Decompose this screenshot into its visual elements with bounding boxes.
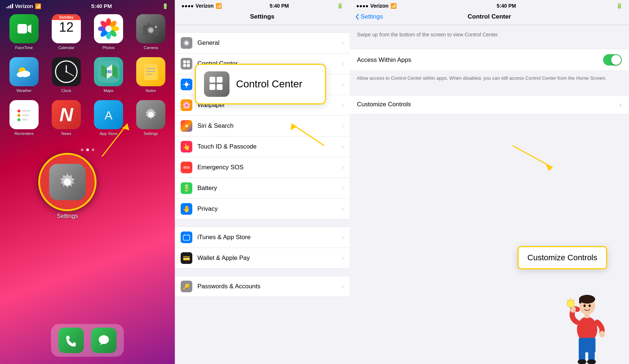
battery-area-1: 🔋 <box>162 3 168 9</box>
customize-controls-row[interactable]: Customize Controls › <box>350 95 629 114</box>
app-camera[interactable]: Camera <box>133 14 168 50</box>
display-chevron: › <box>342 81 344 88</box>
reminders-label: Reminders <box>14 131 34 136</box>
facetime-icon[interactable] <box>9 14 39 43</box>
wifi-icon-1: 📶 <box>35 3 41 9</box>
cc-chevron: › <box>342 60 344 67</box>
svg-rect-41 <box>183 60 186 63</box>
customize-popup-text: Customize Controls <box>527 253 597 262</box>
signal-3: ●●●● <box>356 3 369 9</box>
cal-day-num: 12 <box>59 21 74 34</box>
svg-line-57 <box>512 146 553 167</box>
time-1: 5:40 PM <box>91 3 112 9</box>
svg-marker-1 <box>28 24 31 33</box>
svg-marker-58 <box>546 165 553 171</box>
wallpaper-chevron: › <box>342 102 344 108</box>
battery-2: 🔋 <box>337 3 343 9</box>
time-2: 5:40 PM <box>270 3 289 9</box>
svg-rect-22 <box>144 64 158 80</box>
settings-circle-label: Settings <box>40 213 95 219</box>
svg-text:280: 280 <box>106 70 112 74</box>
messages-dock-icon[interactable] <box>91 328 117 353</box>
news-icon[interactable]: N <box>52 100 81 129</box>
passwords-icon: 🔑 <box>181 281 192 292</box>
app-weather[interactable]: Weather <box>7 57 42 93</box>
passwords-chevron: › <box>342 283 344 290</box>
svg-rect-51 <box>209 77 215 83</box>
svg-point-77 <box>589 305 591 307</box>
svg-rect-28 <box>22 110 31 112</box>
maps-label: Maps <box>104 88 114 93</box>
maps-icon[interactable]: 280 <box>94 57 123 86</box>
settings-list: General › Control Center › Display & Bri… <box>175 32 350 219</box>
svg-rect-50 <box>183 235 190 240</box>
back-label: Settings <box>361 13 383 20</box>
reminders-icon[interactable] <box>9 100 39 129</box>
sos-chevron: › <box>342 164 344 171</box>
clock-icon[interactable] <box>52 57 81 86</box>
app-photos[interactable]: Photos <box>91 14 126 50</box>
display-icon <box>181 79 192 90</box>
settings-row-wallet[interactable]: 💳 Wallet & Apple Pay › <box>175 248 350 269</box>
control-center-icon <box>181 58 192 70</box>
notes-icon[interactable] <box>136 57 165 86</box>
app-clock[interactable]: Clock <box>49 57 84 93</box>
app-settings-grid[interactable]: Settings <box>133 100 168 136</box>
siri-chevron: › <box>342 123 344 129</box>
settings-row-touchid[interactable]: 👆 Touch ID & Passcode › <box>175 136 350 157</box>
settings-section-2: iTunes & App Store › 💳 Wallet & Apple Pa… <box>175 227 350 269</box>
app-news[interactable]: N News <box>49 100 84 136</box>
settings-row-privacy[interactable]: 🤚 Privacy › <box>175 199 350 219</box>
svg-point-19 <box>17 72 24 77</box>
settings-nav-bar: Settings <box>175 10 350 25</box>
svg-point-31 <box>17 118 20 121</box>
app-facetime[interactable]: FaceTime <box>7 14 42 50</box>
facetime-label: FaceTime <box>15 46 33 50</box>
customize-controls-label: Customize Controls <box>357 101 619 108</box>
settings-row-siri[interactable]: ✦ Siri & Search › <box>175 116 350 136</box>
settings-row-itunes[interactable]: iTunes & App Store › <box>175 227 350 248</box>
privacy-label: Privacy <box>197 205 342 213</box>
settings-row-passwords[interactable]: 🔑 Passwords & Accounts › <box>175 276 350 297</box>
app-maps[interactable]: 280 Maps <box>91 57 126 93</box>
svg-point-38 <box>99 335 109 344</box>
app-calendar[interactable]: Sunday 12 Calendar <box>49 14 84 50</box>
settings-screen-title: Settings <box>250 13 274 20</box>
dot-2 <box>86 149 89 151</box>
clock-label: Clock <box>61 88 71 93</box>
calendar-icon[interactable]: Sunday 12 <box>52 14 81 43</box>
settings-row-general[interactable]: General › <box>175 32 350 54</box>
svg-point-27 <box>17 110 20 112</box>
settings-row-battery[interactable]: 🔋 Battery › <box>175 178 350 199</box>
settings-circle-highlight: Settings <box>38 153 97 211</box>
svg-rect-54 <box>217 84 223 90</box>
app-appstore[interactable]: A App Store <box>91 100 126 136</box>
person-svg <box>563 291 611 364</box>
control-center-popup: Control Center <box>195 64 326 104</box>
dock <box>51 324 124 357</box>
svg-rect-30 <box>22 114 29 116</box>
camera-icon[interactable] <box>136 14 165 43</box>
svg-point-60 <box>579 295 595 304</box>
itunes-icon <box>181 232 192 243</box>
appstore-icon[interactable]: A <box>94 100 123 129</box>
character-illustration <box>563 291 607 357</box>
access-within-apps-row: Access Within Apps <box>350 49 629 71</box>
carrier-3: Verizon <box>370 3 389 9</box>
photos-icon[interactable] <box>94 14 123 43</box>
phone-dock-icon[interactable] <box>58 328 84 353</box>
settings-row-sos[interactable]: SOS Emergency SOS › <box>175 157 350 178</box>
app-reminders[interactable]: Reminders <box>7 100 42 136</box>
cc-back-button[interactable]: Settings <box>355 13 383 20</box>
itunes-label: iTunes & App Store <box>197 234 342 241</box>
sos-icon: SOS <box>181 162 192 173</box>
svg-point-14 <box>149 28 153 32</box>
svg-point-16 <box>155 26 157 28</box>
calendar-label: Calendar <box>58 46 75 50</box>
access-toggle[interactable] <box>603 54 622 66</box>
dot-3 <box>92 149 94 151</box>
settings-icon-small[interactable] <box>136 100 165 129</box>
touchid-chevron: › <box>342 143 344 150</box>
weather-icon[interactable] <box>9 57 39 86</box>
app-notes[interactable]: Notes <box>133 57 168 93</box>
